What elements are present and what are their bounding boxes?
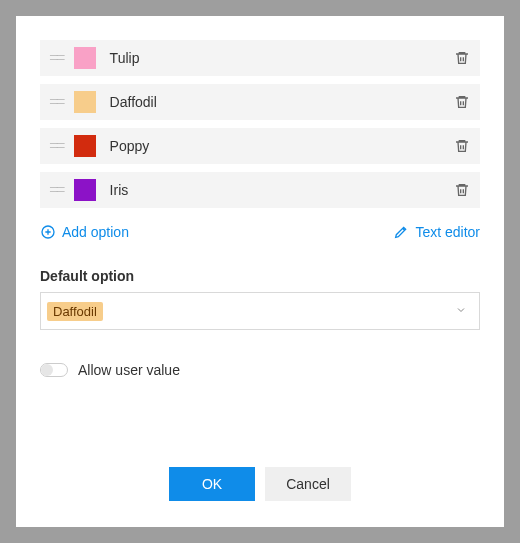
dialog-footer: OK Cancel	[40, 441, 480, 527]
delete-icon[interactable]	[454, 93, 470, 111]
text-editor-label: Text editor	[415, 224, 480, 240]
text-editor-button[interactable]: Text editor	[393, 224, 480, 240]
selected-chip: Daffodil	[47, 302, 103, 321]
color-swatch[interactable]	[74, 47, 96, 69]
options-list: ──── Tulip ──── Daffodil ──── Poppy ────	[40, 40, 480, 208]
allow-user-value-row: Allow user value	[40, 362, 480, 378]
option-row: ──── Daffodil	[40, 84, 480, 120]
delete-icon[interactable]	[454, 137, 470, 155]
pencil-icon	[393, 224, 409, 240]
drag-handle-icon[interactable]: ────	[50, 186, 64, 194]
option-label: Tulip	[110, 50, 454, 66]
add-option-button[interactable]: Add option	[40, 224, 129, 240]
toggle-knob	[41, 364, 53, 376]
color-swatch[interactable]	[74, 135, 96, 157]
allow-user-value-label: Allow user value	[78, 362, 180, 378]
option-row: ──── Poppy	[40, 128, 480, 164]
default-option-select[interactable]: Daffodil	[40, 292, 480, 330]
plus-circle-icon	[40, 224, 56, 240]
color-swatch[interactable]	[74, 179, 96, 201]
option-label: Poppy	[110, 138, 454, 154]
color-swatch[interactable]	[74, 91, 96, 113]
drag-handle-icon[interactable]: ────	[50, 98, 64, 106]
delete-icon[interactable]	[454, 181, 470, 199]
option-row: ──── Iris	[40, 172, 480, 208]
delete-icon[interactable]	[454, 49, 470, 67]
option-label: Daffodil	[110, 94, 454, 110]
drag-handle-icon[interactable]: ────	[50, 142, 64, 150]
chevron-down-icon	[455, 302, 467, 320]
options-dialog: ──── Tulip ──── Daffodil ──── Poppy ────	[16, 16, 504, 527]
default-option-label: Default option	[40, 268, 480, 284]
drag-handle-icon[interactable]: ────	[50, 54, 64, 62]
cancel-button[interactable]: Cancel	[265, 467, 351, 501]
ok-button[interactable]: OK	[169, 467, 255, 501]
option-label: Iris	[110, 182, 454, 198]
allow-user-value-toggle[interactable]	[40, 363, 68, 377]
link-row: Add option Text editor	[40, 224, 480, 240]
add-option-label: Add option	[62, 224, 129, 240]
option-row: ──── Tulip	[40, 40, 480, 76]
